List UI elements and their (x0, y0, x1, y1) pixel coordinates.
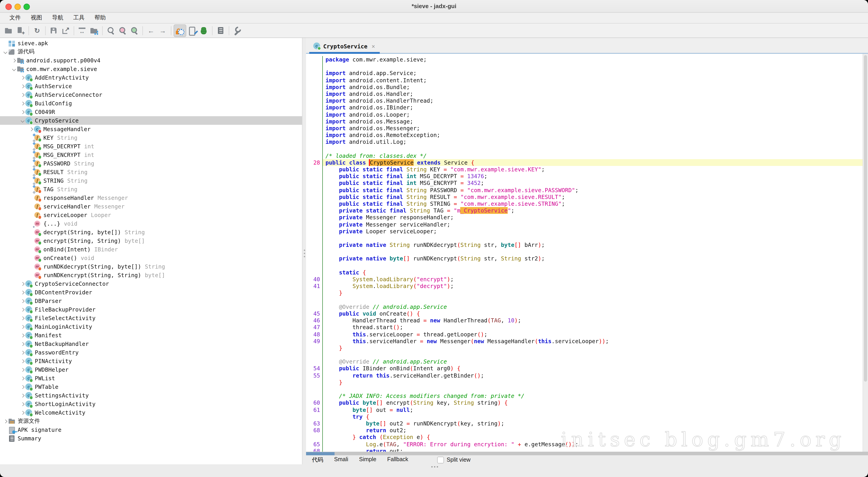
code-line[interactable]: package com.mwr.example.sieve; (306, 56, 868, 63)
text-search-icon[interactable] (117, 25, 128, 36)
tree-item-dbcontentprovider[interactable]: DBContentProvider (0, 288, 302, 297)
code-line[interactable]: } catch (Exception e) { (306, 434, 868, 441)
class-search-icon[interactable] (128, 25, 140, 36)
chevron-right-icon[interactable] (20, 75, 25, 80)
tree-item-pwtable[interactable]: PWTable (0, 383, 302, 391)
chevron-right-icon[interactable] (20, 290, 25, 295)
panel-splitter[interactable] (302, 38, 306, 464)
code-line[interactable]: @Override // android.app.Service (306, 358, 868, 365)
sync-icon[interactable] (88, 25, 100, 36)
open-file-icon[interactable] (3, 25, 14, 36)
tree-item-android-support-p000v4[interactable]: android.support.p000v4 (0, 56, 302, 65)
code-line[interactable]: public static final int MSG_ENCRYPT = 34… (306, 180, 868, 186)
chevron-right-icon[interactable] (20, 332, 25, 338)
tree-item-password[interactable]: PASSWORDString (0, 159, 302, 168)
forward-icon[interactable]: → (157, 25, 168, 36)
code-line[interactable]: import android.os.IBinder; (306, 104, 868, 111)
code-line[interactable]: 68 return out2; (306, 427, 868, 434)
tree-item-pinactivity[interactable]: PINActivity (0, 357, 302, 365)
chevron-right-icon[interactable] (20, 281, 25, 287)
tree-item-welcomeactivity[interactable]: WelcomeActivity (0, 408, 302, 417)
tree-item-msg-encrypt[interactable]: MSG_ENCRYPTint (0, 151, 302, 159)
code-line[interactable]: 54 public IBinder onBind(Intent arg0) { (306, 365, 868, 372)
chevron-right-icon[interactable] (20, 324, 25, 329)
code-line[interactable]: import android.os.Messenger; (306, 125, 868, 131)
tree-item-addentryactivity[interactable]: AddEntryActivity (0, 73, 302, 82)
code-line[interactable]: 47 thread.start(); (306, 324, 868, 331)
code-line[interactable]: public static final String RESULT = "com… (306, 193, 868, 200)
tree-item-responsehandler[interactable]: responseHandlerMessenger (0, 193, 302, 202)
code-view-tab-代码[interactable]: 代码 (312, 456, 323, 464)
menu-item-2[interactable]: 视图 (26, 13, 47, 23)
tree-item-runndkencrypt-string-string-[interactable]: runNDKencrypt(String, String)byte[] (0, 271, 302, 279)
tree-item-filebackupprovider[interactable]: FileBackupProvider (0, 305, 302, 314)
tree-item-oncreate-[interactable]: onCreate()void (0, 254, 302, 262)
code-line[interactable]: import android.content.Intent; (306, 77, 868, 83)
tree-item-源代码[interactable]: 源代码 (0, 48, 302, 56)
chevron-right-icon[interactable] (20, 367, 25, 372)
chevron-right-icon[interactable] (20, 376, 25, 381)
flatten-packages-icon[interactable] (76, 25, 88, 36)
deobfuscation-icon[interactable] (174, 24, 186, 37)
save-all-icon[interactable] (48, 25, 60, 36)
code-line[interactable]: } (306, 379, 868, 386)
export-icon[interactable] (60, 25, 71, 36)
code-line[interactable]: import android.app.Service; (306, 70, 868, 77)
tree-item--[interactable]: ★{...}void (0, 219, 302, 228)
tree-item-cryptoserviceconnector[interactable]: CryptoServiceConnector (0, 279, 302, 288)
code-line[interactable] (306, 145, 868, 152)
code-line[interactable] (306, 63, 868, 70)
chevron-down-icon[interactable] (3, 49, 8, 55)
code-line[interactable] (306, 351, 868, 358)
tree-item-decrypt-string-byte-[interactable]: decrypt(String, byte[])String (0, 228, 302, 236)
chevron-right-icon[interactable] (20, 316, 25, 321)
code-line[interactable]: 40 System.loadLibrary("encrypt"); (306, 276, 868, 282)
tree-item-messagehandler[interactable]: MessageHandler (0, 125, 302, 133)
tree-item-string[interactable]: STRINGString (0, 176, 302, 185)
code-line[interactable]: import android.os.HandlerThread; (306, 97, 868, 104)
code-line[interactable]: 68 return out; (306, 447, 868, 452)
tree-item-pwdbhelper[interactable]: PWDBHelper (0, 365, 302, 374)
tree-item-result[interactable]: RESULTString (0, 168, 302, 176)
code-line[interactable]: private native String runNDKdecrypt(Stri… (306, 241, 868, 248)
split-view-checkbox[interactable] (437, 456, 444, 463)
code-line[interactable]: /* loaded from: classes.dex */ (306, 152, 868, 159)
code-line[interactable]: public static final int MSG_DECRYPT = 13… (306, 173, 868, 179)
tree-item-apk-signature[interactable]: APK signature (0, 425, 302, 434)
code-line[interactable]: private Messenger serviceHandler; (306, 221, 868, 228)
tree-item-manifest[interactable]: Manifest (0, 331, 302, 339)
menu-item-5[interactable]: 帮助 (90, 13, 111, 23)
chevron-right-icon[interactable] (20, 384, 25, 389)
chevron-down-icon[interactable] (20, 118, 25, 123)
tree-item-c0049r[interactable]: C0049R (0, 108, 302, 116)
chevron-right-icon[interactable] (20, 401, 25, 407)
chevron-right-icon[interactable] (11, 58, 17, 63)
code-line[interactable]: 60 public byte[] encrypt(String key, Str… (306, 399, 868, 406)
chevron-right-icon[interactable] (3, 418, 8, 424)
code-line[interactable]: private Messenger responseHandler; (306, 214, 868, 221)
tree-item-shortloginactivity[interactable]: ShortLoginActivity (0, 400, 302, 408)
code-line[interactable] (306, 248, 868, 255)
code-line[interactable]: } (306, 345, 868, 351)
code-line[interactable]: import android.util.Log; (306, 139, 868, 145)
code-view-tab-simple[interactable]: Simple (359, 456, 376, 464)
code-line-current[interactable]: 28public class CryptoService extends Ser… (306, 159, 868, 166)
code-line[interactable]: import android.os.Looper; (306, 111, 868, 118)
tree-item-cryptoservice[interactable]: CryptoService (0, 116, 302, 125)
tree-item-servicehandler[interactable]: serviceHandlerMessenger (0, 202, 302, 211)
code-line[interactable]: static { (306, 269, 868, 276)
code-line[interactable]: 61 byte[] out = null; (306, 406, 868, 413)
tree-item-pwlist[interactable]: PWList (0, 374, 302, 383)
code-line[interactable]: public static final String STRING = "com… (306, 200, 868, 207)
tree-item-runndkdecrypt-string-byte-[interactable]: runNDKdecrypt(String, byte[])String (0, 262, 302, 271)
tree-item-authserviceconnector[interactable]: AuthServiceConnector (0, 90, 302, 99)
split-view-toggle[interactable]: Split view (437, 456, 471, 463)
code-line[interactable] (306, 262, 868, 269)
code-line[interactable]: 55 return this.serviceHandler.getBinder(… (306, 372, 868, 379)
tree-item-servicelooper[interactable]: serviceLooperLooper (0, 211, 302, 219)
horizontal-scrollbar[interactable] (306, 452, 868, 455)
tree-item-fileselectactivity[interactable]: FileSelectActivity (0, 314, 302, 322)
tree-item-sieve-apk[interactable]: sieve.apk (0, 39, 302, 48)
tree-item-mainloginactivity[interactable]: MainLoginActivity (0, 322, 302, 331)
chevron-right-icon[interactable] (20, 92, 25, 97)
